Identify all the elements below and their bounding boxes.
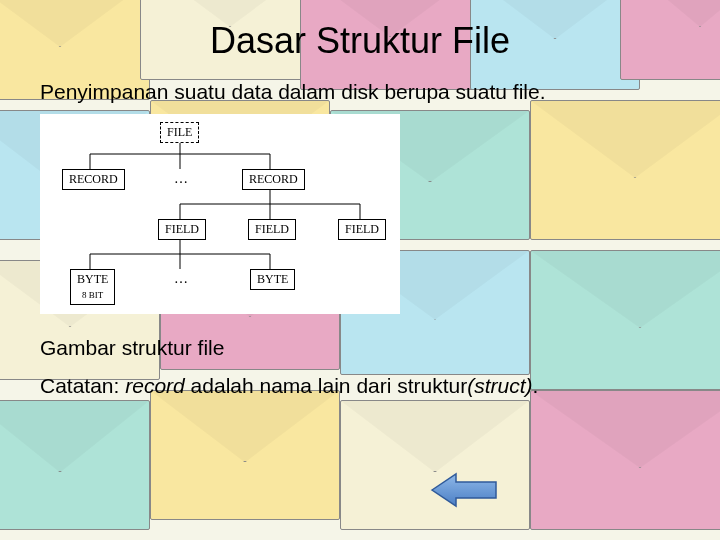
caption-end: . (533, 374, 539, 397)
diagram-node-record: RECORD (62, 169, 125, 190)
caption-mid: adalah nama lain dari struktur (185, 374, 468, 397)
caption-line1: Gambar struktur file (40, 334, 680, 362)
caption-prefix: Catatan: (40, 374, 125, 397)
diagram-node-byte: BYTE 8 BIT (70, 269, 115, 305)
diagram-node-record: RECORD (242, 169, 305, 190)
caption-italic-struct: (struct) (467, 374, 532, 397)
diagram-node-byte: BYTE (250, 269, 295, 290)
byte-label: BYTE (77, 272, 108, 286)
subtitle-text: Penyimpanan suatu data dalam disk berupa… (40, 80, 680, 104)
page-title: Dasar Struktur File (40, 20, 680, 62)
diagram-node-field: FIELD (338, 219, 386, 240)
byte-subnote: 8 BIT (82, 290, 103, 300)
file-structure-diagram: FILE RECORD … RECORD FIELD FIELD FIELD B… (40, 114, 400, 314)
diagram-ellipsis: … (174, 171, 188, 187)
diagram-node-file: FILE (160, 122, 199, 143)
diagram-node-field: FIELD (248, 219, 296, 240)
diagram-node-field: FIELD (158, 219, 206, 240)
left-arrow-icon (430, 470, 500, 510)
caption-italic-record: record (125, 374, 185, 397)
svg-marker-15 (432, 474, 496, 506)
caption-line2: Catatan: record adalah nama lain dari st… (40, 372, 680, 400)
diagram-ellipsis: … (174, 271, 188, 287)
